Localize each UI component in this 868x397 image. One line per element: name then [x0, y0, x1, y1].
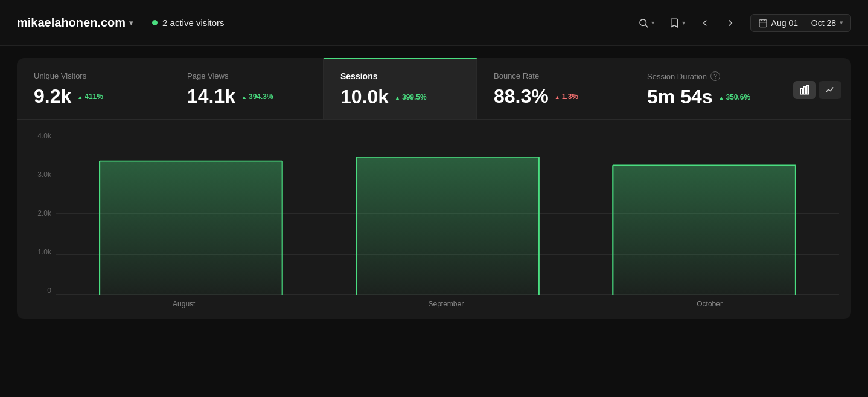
session-duration-help-icon[interactable]: ? — [710, 71, 720, 81]
session-duration-label-text: Session Duration — [647, 72, 707, 81]
dashboard-card: Unique Visitors 9.2k 411% Page Views 14.… — [17, 58, 851, 319]
session-duration-change-text: 350.6% — [726, 93, 750, 102]
sessions-change: 399.5% — [395, 93, 427, 102]
chevron-right-icon — [725, 18, 736, 28]
active-visitors-text: 2 active visitors — [162, 18, 225, 28]
site-name[interactable]: mikaelahonen.com ▾ — [17, 16, 133, 30]
date-range-selector[interactable]: Aug 01 — Oct 28 ▾ — [750, 14, 851, 32]
bar-chart-icon — [799, 85, 810, 95]
top-nav: mikaelahonen.com ▾ 2 active visitors ▾ ▾ — [0, 0, 868, 46]
active-visitors-dot — [152, 20, 158, 25]
y-label-0: 0 — [47, 286, 51, 295]
svg-line-1 — [645, 25, 648, 27]
sessions-value-row: 10.0k 399.5% — [340, 86, 459, 108]
svg-rect-7 — [804, 86, 806, 94]
site-name-text: mikaelahonen.com — [17, 16, 126, 30]
search-icon — [638, 18, 649, 28]
metric-session-duration[interactable]: Session Duration ? 5m 54s 350.6% — [630, 58, 783, 119]
bookmark-chevron: ▾ — [682, 19, 685, 26]
sessions-value: 10.0k — [340, 86, 389, 108]
main-content: Unique Visitors 9.2k 411% Page Views 14.… — [0, 46, 868, 397]
bars-svg — [56, 132, 839, 295]
date-range-chevron: ▾ — [840, 19, 843, 27]
sessions-change-text: 399.5% — [402, 93, 427, 102]
chart-inner: 4.0k 3.0k 2.0k 1.0k 0 — [29, 132, 839, 313]
metric-unique-visitors[interactable]: Unique Visitors 9.2k 411% — [17, 58, 170, 119]
unique-visitors-value-row: 9.2k 411% — [34, 85, 153, 108]
chart-type-buttons — [783, 58, 851, 119]
line-chart-icon — [825, 85, 835, 95]
search-chevron: ▾ — [651, 19, 654, 26]
page-views-change: 394.3% — [241, 92, 273, 101]
metrics-row: Unique Visitors 9.2k 411% Page Views 14.… — [17, 58, 851, 120]
page-views-change-text: 394.3% — [249, 92, 273, 101]
session-duration-value: 5m 54s — [647, 86, 713, 108]
unique-visitors-change: 411% — [77, 92, 103, 101]
x-label-august: August — [173, 300, 195, 308]
chart-area: 4.0k 3.0k 2.0k 1.0k 0 — [17, 120, 851, 319]
bar-october-fill — [613, 165, 796, 295]
unique-visitors-arrow — [77, 92, 83, 101]
metric-bounce-rate[interactable]: Bounce Rate 88.3% 1.3% — [477, 58, 630, 119]
svg-rect-8 — [807, 85, 809, 94]
unique-visitors-change-text: 411% — [85, 92, 103, 101]
bar-august-fill — [100, 161, 282, 295]
calendar-icon — [758, 18, 768, 28]
session-duration-change: 350.6% — [719, 93, 751, 102]
site-name-chevron: ▾ — [129, 19, 133, 27]
session-duration-value-row: 5m 54s 350.6% — [647, 86, 766, 108]
bounce-rate-arrow — [555, 92, 560, 101]
forward-button[interactable] — [720, 14, 741, 32]
bounce-rate-label: Bounce Rate — [494, 71, 613, 80]
bounce-rate-change: 1.3% — [555, 92, 578, 101]
sessions-label: Sessions — [340, 71, 459, 81]
bookmark-icon — [669, 18, 680, 28]
bounce-rate-value-row: 88.3% 1.3% — [494, 85, 613, 108]
search-button[interactable]: ▾ — [633, 14, 659, 32]
page-views-value-row: 14.1k 394.3% — [187, 85, 306, 108]
bars-container — [56, 132, 839, 295]
back-button[interactable] — [695, 14, 715, 32]
metric-page-views[interactable]: Page Views 14.1k 394.3% — [170, 58, 324, 119]
session-duration-arrow — [719, 93, 724, 102]
x-axis: August September October — [56, 295, 839, 313]
y-axis: 4.0k 3.0k 2.0k 1.0k 0 — [29, 132, 56, 295]
svg-point-0 — [640, 19, 646, 26]
unique-visitors-label: Unique Visitors — [34, 71, 153, 80]
page-views-arrow — [241, 92, 247, 101]
bar-chart-button[interactable] — [793, 81, 816, 99]
x-label-october: October — [697, 300, 723, 308]
line-chart-button[interactable] — [819, 81, 841, 99]
y-label-2k: 2.0k — [37, 209, 51, 218]
unique-visitors-value: 9.2k — [34, 85, 71, 108]
x-label-september: September — [428, 300, 464, 308]
bounce-rate-change-text: 1.3% — [562, 92, 578, 101]
chevron-left-icon — [700, 18, 710, 28]
session-duration-label: Session Duration ? — [647, 71, 766, 81]
page-views-value: 14.1k — [187, 85, 235, 108]
nav-right: ▾ ▾ A — [633, 14, 851, 32]
y-label-4k: 4.0k — [37, 132, 51, 140]
page-views-label: Page Views — [187, 71, 306, 80]
bar-september-fill — [356, 157, 539, 295]
metric-sessions[interactable]: Sessions 10.0k 399.5% — [324, 58, 477, 119]
svg-rect-2 — [759, 19, 767, 27]
date-range-text: Aug 01 — Oct 28 — [771, 18, 836, 28]
svg-rect-6 — [800, 88, 802, 94]
sessions-arrow — [395, 93, 400, 102]
y-label-3k: 3.0k — [37, 170, 51, 179]
bounce-rate-value: 88.3% — [494, 85, 549, 108]
active-visitors: 2 active visitors — [152, 18, 225, 28]
y-label-1k: 1.0k — [37, 248, 51, 256]
bookmark-button[interactable]: ▾ — [664, 14, 690, 32]
